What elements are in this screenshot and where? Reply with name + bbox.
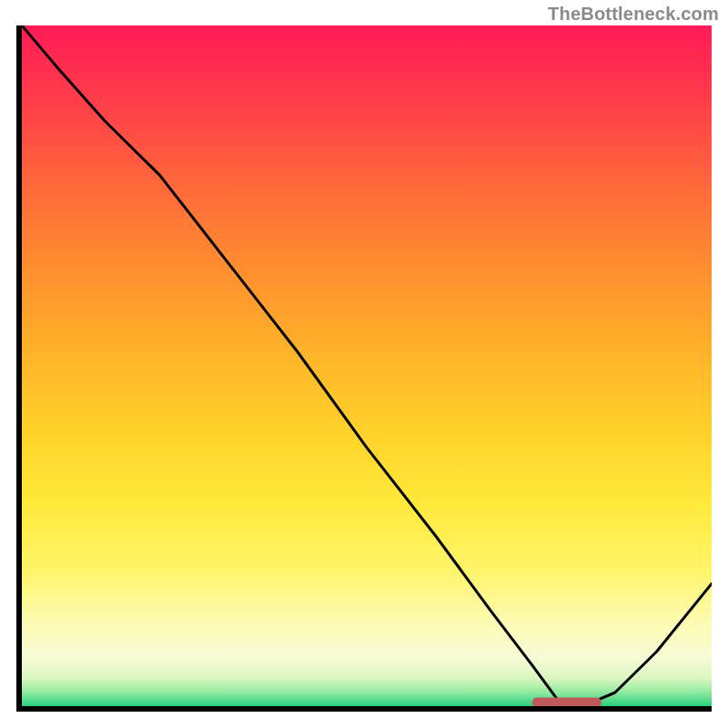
chart-optimal-marker [532,698,602,707]
attribution-text: TheBottleneck.com [548,4,719,25]
chart-svg [22,25,712,706]
chart-line-series [22,25,712,704]
chart-plot-area [16,25,712,712]
